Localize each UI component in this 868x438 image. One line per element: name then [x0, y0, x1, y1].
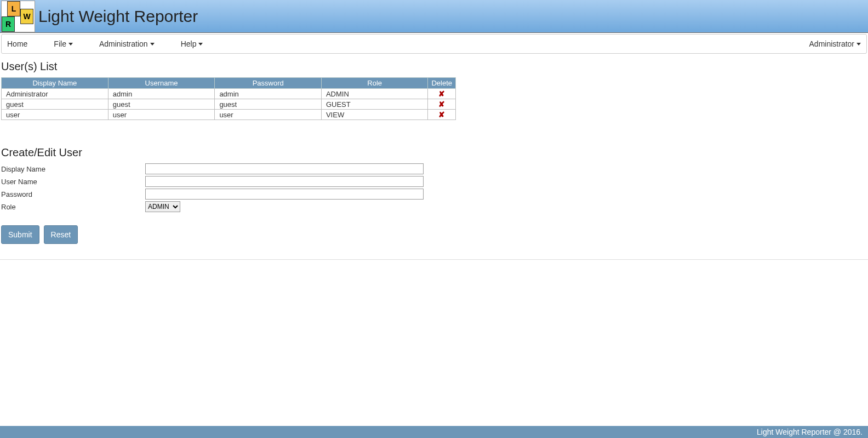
- table-cell: admin: [215, 89, 322, 99]
- delete-cell: ✘: [428, 110, 456, 120]
- input-password[interactable]: [145, 189, 424, 200]
- nav-user-menu[interactable]: Administrator: [809, 39, 861, 48]
- submit-button[interactable]: Submit: [1, 225, 39, 244]
- table-cell: guest: [215, 99, 322, 110]
- table-cell: VIEW: [321, 110, 427, 120]
- label-display-name: Display Name: [0, 165, 145, 173]
- table-cell: guest: [108, 99, 215, 110]
- nav-file[interactable]: File: [54, 39, 73, 48]
- col-password: Password: [215, 78, 322, 89]
- chevron-down-icon: [150, 43, 155, 45]
- users-table: Display Name Username Password Role Dele…: [1, 77, 456, 120]
- table-cell: user: [108, 110, 215, 120]
- form-title: Create/Edit User: [1, 146, 868, 159]
- chevron-down-icon: [68, 43, 73, 45]
- footer-text: Light Weight Reporter @ 2016.: [757, 428, 863, 436]
- label-user-name: User Name: [0, 178, 145, 186]
- header-bar: L R W Light Weight Reporter: [0, 0, 868, 33]
- reset-button[interactable]: Reset: [44, 225, 78, 244]
- nav-home[interactable]: Home: [7, 39, 27, 48]
- delete-cell: ✘: [428, 99, 456, 110]
- nav-file-label: File: [54, 39, 66, 48]
- table-cell: ADMIN: [321, 89, 427, 99]
- delete-cell: ✘: [428, 89, 456, 99]
- table-row: useruseruserVIEW✘: [2, 110, 456, 120]
- table-cell: GUEST: [321, 99, 427, 110]
- col-delete: Delete: [428, 78, 456, 89]
- nav-help[interactable]: Help: [181, 39, 203, 48]
- form-section: Create/Edit User Display Name User Name …: [0, 146, 868, 244]
- delete-icon[interactable]: ✘: [438, 110, 445, 119]
- col-username: Username: [108, 78, 215, 89]
- footer: Light Weight Reporter @ 2016.: [0, 426, 868, 438]
- delete-icon[interactable]: ✘: [438, 89, 445, 98]
- table-row: guestguestguestGUEST✘: [2, 99, 456, 110]
- nav-administration[interactable]: Administration: [99, 39, 155, 48]
- chevron-down-icon: [856, 43, 861, 45]
- table-cell: user: [2, 110, 108, 120]
- table-cell: guest: [2, 99, 108, 110]
- nav-administration-label: Administration: [99, 39, 148, 48]
- delete-icon[interactable]: ✘: [438, 100, 445, 109]
- chevron-down-icon: [198, 43, 203, 45]
- nav-user-label: Administrator: [809, 39, 854, 48]
- nav-left: Home File Administration Help: [7, 39, 203, 48]
- logo-letter-l: L: [7, 1, 20, 16]
- select-role[interactable]: ADMIN: [145, 201, 180, 212]
- logo-letter-w: W: [20, 9, 33, 24]
- logo-letter-r: R: [2, 16, 15, 32]
- col-role: Role: [321, 78, 427, 89]
- col-display-name: Display Name: [2, 78, 108, 89]
- table-cell: user: [215, 110, 322, 120]
- input-user-name[interactable]: [145, 176, 424, 187]
- label-role: Role: [0, 203, 145, 211]
- input-display-name[interactable]: [145, 163, 424, 174]
- table-row: AdministratoradminadminADMIN✘: [2, 89, 456, 99]
- users-list-title: User(s) List: [1, 60, 868, 73]
- navbar: Home File Administration Help Administra…: [1, 34, 867, 54]
- nav-home-label: Home: [7, 39, 27, 48]
- table-cell: Administrator: [2, 89, 108, 99]
- content: User(s) List Display Name Username Passw…: [0, 54, 868, 260]
- table-cell: admin: [108, 89, 215, 99]
- app-logo: L R W: [1, 1, 35, 32]
- divider: [0, 259, 868, 260]
- label-password: Password: [0, 190, 145, 198]
- nav-help-label: Help: [181, 39, 197, 48]
- app-title: Light Weight Reporter: [38, 7, 198, 26]
